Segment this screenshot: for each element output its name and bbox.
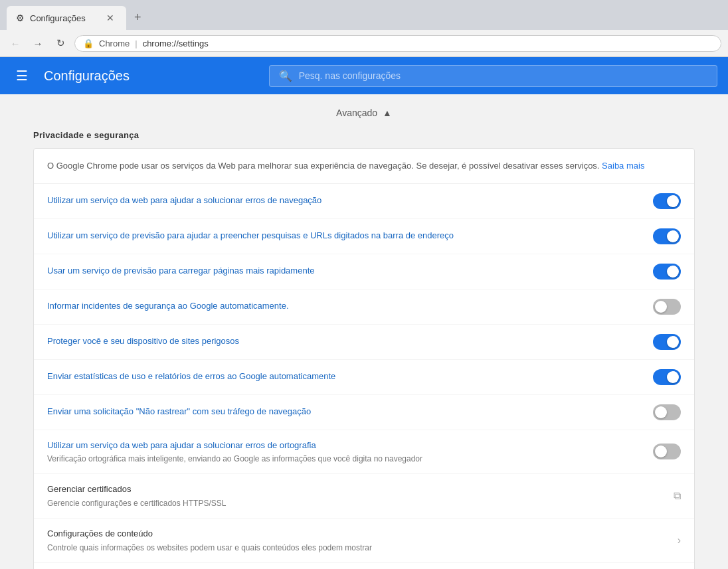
new-tab-button[interactable]: + bbox=[126, 5, 149, 30]
setting-row: Gerenciar certificadosGerencie configura… bbox=[34, 474, 694, 519]
setting-content: Proteger você e seu dispositivo de sites… bbox=[47, 335, 653, 347]
toggle-switch[interactable] bbox=[653, 369, 681, 385]
advanced-arrow-icon: ▲ bbox=[383, 108, 392, 118]
url-separator: | bbox=[135, 39, 137, 48]
tab-settings-icon: ⚙ bbox=[16, 13, 25, 23]
toggle-switch[interactable] bbox=[653, 334, 681, 350]
toggle-switch[interactable] bbox=[653, 264, 681, 280]
search-input[interactable] bbox=[299, 70, 707, 81]
setting-content: Utilizar um serviço de previsão para aju… bbox=[47, 230, 653, 242]
setting-label: Configurações de conteúdo bbox=[47, 528, 678, 540]
settings-header: ☰ Configurações 🔍 bbox=[0, 57, 728, 94]
setting-label[interactable]: Informar incidentes de segurança ao Goog… bbox=[47, 300, 653, 312]
setting-content: Informar incidentes de segurança ao Goog… bbox=[47, 300, 653, 312]
setting-content: Utilizar um serviço da web para ajudar a… bbox=[47, 440, 653, 465]
tab-title: Configurações bbox=[30, 13, 86, 23]
advanced-toggle[interactable]: Avançado ▲ bbox=[0, 94, 728, 125]
toggle-switch[interactable] bbox=[653, 444, 681, 459]
toggle-switch[interactable] bbox=[653, 228, 681, 244]
setting-sublabel: Gerencie configurações e certificados HT… bbox=[47, 498, 674, 509]
toggle-switch[interactable] bbox=[653, 299, 681, 315]
setting-content: Gerenciar certificadosGerencie configura… bbox=[47, 483, 674, 509]
setting-label[interactable]: Utilizar um serviço de previsão para aju… bbox=[47, 230, 653, 242]
learn-more-link[interactable]: Saiba mais bbox=[602, 161, 644, 171]
setting-row: Enviar uma solicitação "Não rastrear" co… bbox=[34, 395, 694, 430]
setting-sublabel: Verificação ortográfica mais inteligente… bbox=[47, 453, 653, 465]
settings-title: Configurações bbox=[44, 68, 258, 84]
setting-label[interactable]: Enviar estatísticas de uso e relatórios … bbox=[47, 370, 653, 382]
setting-label[interactable]: Proteger você e seu dispositivo de sites… bbox=[47, 335, 653, 347]
setting-row: Enviar estatísticas de uso e relatórios … bbox=[34, 360, 694, 395]
url-chrome-label: Chrome bbox=[99, 39, 130, 48]
toggle-switch[interactable] bbox=[653, 404, 681, 420]
info-text: O Google Chrome pode usar os serviços da… bbox=[47, 161, 602, 171]
back-button[interactable]: ← bbox=[7, 35, 24, 52]
chevron-right-icon[interactable]: › bbox=[678, 534, 681, 546]
setting-row: Proteger você e seu dispositivo de sites… bbox=[34, 325, 694, 360]
setting-content: Configurações de conteúdoControle quais … bbox=[47, 528, 678, 553]
forward-button[interactable]: → bbox=[29, 35, 46, 52]
setting-row: Usar um serviço de previsão para carrega… bbox=[34, 254, 694, 289]
setting-row: Informar incidentes de segurança ao Goog… bbox=[34, 289, 694, 325]
setting-row: Limpar dados de navegaçãoLimpa o históri… bbox=[34, 563, 694, 569]
lock-icon: 🔒 bbox=[83, 39, 94, 48]
section-title: Privacidade e segurança bbox=[0, 125, 728, 148]
setting-row: Utilizar um serviço da web para ajudar a… bbox=[34, 430, 694, 475]
search-icon: 🔍 bbox=[279, 70, 292, 82]
external-link-icon[interactable]: ⧉ bbox=[674, 490, 681, 502]
active-tab[interactable]: ⚙ Configurações ✕ bbox=[7, 6, 126, 30]
setting-label: Gerenciar certificados bbox=[47, 483, 674, 495]
setting-content: Usar um serviço de previsão para carrega… bbox=[47, 265, 653, 277]
tab-close-button[interactable]: ✕ bbox=[104, 11, 117, 25]
setting-label[interactable]: Utilizar um serviço da web para ajudar a… bbox=[47, 440, 653, 451]
page-content: ☰ Configurações 🔍 Avançado ▲ Privacidade… bbox=[0, 57, 728, 569]
reload-button[interactable]: ↻ bbox=[52, 35, 69, 52]
hamburger-menu-button[interactable]: ☰ bbox=[11, 62, 33, 89]
url-input[interactable]: 🔒 Chrome | chrome://settings bbox=[74, 35, 721, 52]
setting-label[interactable]: Enviar uma solicitação "Não rastrear" co… bbox=[47, 406, 653, 418]
setting-label[interactable]: Usar um serviço de previsão para carrega… bbox=[47, 265, 653, 277]
info-box: O Google Chrome pode usar os serviços da… bbox=[34, 149, 694, 184]
setting-sublabel: Controle quais informações os websites p… bbox=[47, 542, 678, 554]
address-bar: ← → ↻ 🔒 Chrome | chrome://settings bbox=[0, 30, 728, 57]
search-bar[interactable]: 🔍 bbox=[269, 65, 717, 87]
setting-row: Utilizar um serviço da web para ajudar a… bbox=[34, 184, 694, 219]
settings-card: O Google Chrome pode usar os serviços da… bbox=[33, 148, 695, 569]
setting-row: Utilizar um serviço de previsão para aju… bbox=[34, 219, 694, 254]
url-path-label: chrome://settings bbox=[143, 39, 209, 48]
toggle-switch[interactable] bbox=[653, 193, 681, 209]
advanced-label: Avançado bbox=[336, 108, 377, 118]
setting-content: Enviar estatísticas de uso e relatórios … bbox=[47, 370, 653, 382]
setting-content: Utilizar um serviço da web para ajudar a… bbox=[47, 195, 653, 206]
setting-content: Enviar uma solicitação "Não rastrear" co… bbox=[47, 406, 653, 418]
setting-row: Configurações de conteúdoControle quais … bbox=[34, 519, 694, 563]
setting-label[interactable]: Utilizar um serviço da web para ajudar a… bbox=[47, 195, 653, 206]
